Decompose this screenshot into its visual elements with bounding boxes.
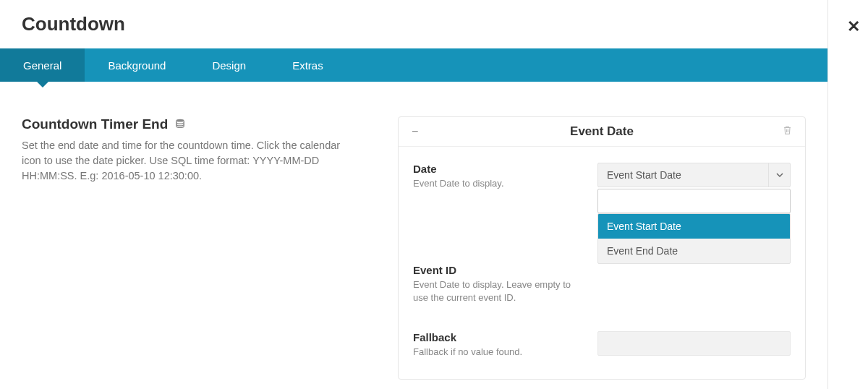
dropdown-option-start[interactable]: Event Start Date [598,214,790,239]
chevron-down-icon [768,163,790,187]
field-event-id: Event ID Event Date to display. Leave em… [413,264,791,304]
collapse-button[interactable]: − [412,125,426,138]
field-label-col: Event ID Event Date to display. Leave em… [413,264,583,304]
minus-icon: − [412,125,418,137]
dropdown-option-end[interactable]: Event End Date [598,239,790,263]
settings-panel-column: − Event Date Date Event Date to display. [398,116,806,380]
field-control: Event Start Date Event Start Date [597,163,791,213]
tab-label: Background [108,59,166,72]
tab-general[interactable]: General [0,48,85,82]
panel-title: Event Date [426,124,778,139]
trash-icon [783,125,792,135]
tab-bar: General Background Design Extras [0,48,827,82]
panel-header: − Event Date [399,117,805,147]
field-label: Date [413,163,583,175]
field-control [597,331,791,356]
svg-point-0 [176,119,184,122]
field-fallback: Fallback Fallback if no value found. [413,331,791,359]
modal-body: Countdown Timer End Set the end date and… [0,82,827,380]
settings-modal: ✕ Countdown General Background Design Ex… [0,0,828,389]
date-dropdown: Event Start Date Event End Date [597,213,791,264]
tab-label: Extras [292,59,323,72]
field-date: Date Event Date to display. Event Start … [413,163,791,213]
close-button[interactable]: ✕ [847,17,860,36]
tab-design[interactable]: Design [189,48,269,82]
section-title: Countdown Timer End [22,116,168,132]
date-select[interactable]: Event Start Date [597,163,791,187]
tab-extras[interactable]: Extras [269,48,346,82]
database-icon[interactable] [175,116,185,132]
section-info: Countdown Timer End Set the end date and… [22,116,354,380]
option-label: Event End Date [607,245,678,257]
panel-body: Date Event Date to display. Event Start … [399,147,805,379]
field-label-col: Fallback Fallback if no value found. [413,331,583,359]
select-value: Event Start Date [607,169,681,181]
tab-background[interactable]: Background [85,48,189,82]
tab-label: General [23,59,61,72]
section-description: Set the end date and time for the countd… [22,138,354,184]
field-label: Event ID [413,264,583,276]
fallback-input[interactable] [597,331,791,356]
field-sublabel: Event Date to display. [413,177,583,190]
modal-header: Countdown [0,0,827,48]
dropdown-search-input[interactable] [597,189,791,213]
option-label: Event Start Date [607,221,681,232]
event-date-panel: − Event Date Date Event Date to display. [398,116,806,380]
field-label-col: Date Event Date to display. [413,163,583,190]
delete-button[interactable] [778,125,792,138]
field-sublabel: Event Date to display. Leave empty to us… [413,278,583,304]
tab-label: Design [212,59,246,72]
close-icon: ✕ [847,17,860,35]
field-sublabel: Fallback if no value found. [413,346,583,359]
page-title: Countdown [22,13,125,35]
section-title-row: Countdown Timer End [22,116,354,132]
field-label: Fallback [413,331,583,343]
